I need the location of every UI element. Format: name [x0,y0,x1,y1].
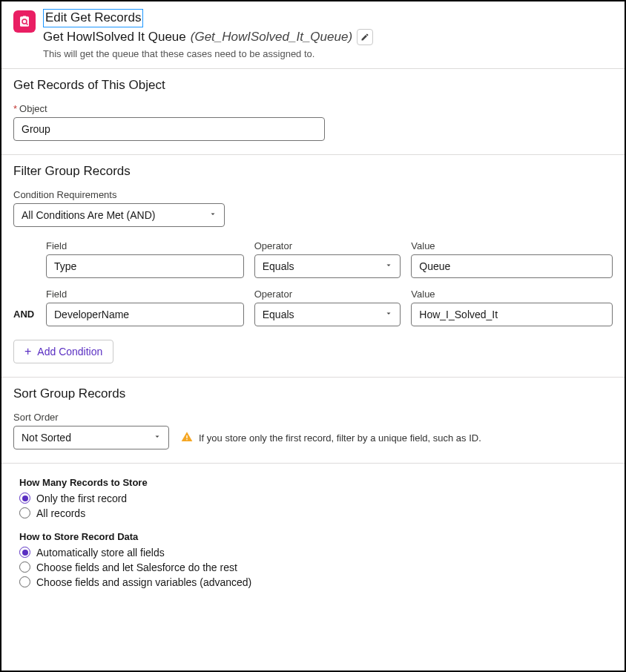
radio-choose-fields[interactable]: Choose fields and let Salesforce do the … [19,561,613,573]
radio-icon [19,493,30,504]
get-records-icon [13,10,36,33]
element-label: Get HowISolved It Queue [43,30,186,45]
svg-rect-5 [186,439,187,440]
condition-operator-select[interactable] [254,303,401,326]
field-label: Field [46,240,244,251]
object-section: Get Records of This Object *Object [1,69,625,154]
value-label: Value [411,240,613,251]
element-api-name: (Get_HowISolved_It_Queue) [191,30,352,45]
filter-section-title: Filter Group Records [13,164,613,179]
svg-rect-3 [23,16,27,18]
svg-rect-4 [186,435,187,438]
radio-only-first[interactable]: Only the first record [19,493,613,504]
radio-icon [19,576,30,587]
radio-choose-advanced[interactable]: Choose fields and assign variables (adva… [19,576,613,588]
filter-section: Filter Group Records Condition Requireme… [1,155,625,377]
plus-icon: + [24,346,31,358]
warning-icon [181,431,193,445]
condition-operator-select[interactable] [254,254,401,278]
radio-all-records[interactable]: All records [19,507,613,519]
condition-req-select[interactable] [13,203,225,227]
condition-row: Field Operator Value [46,240,613,278]
how-store-heading: How to Store Record Data [19,531,613,542]
radio-icon [19,561,30,573]
condition-field-input[interactable] [46,303,244,326]
field-label: Field [46,289,244,300]
how-many-heading: How Many Records to Store [19,477,613,488]
store-section: How Many Records to Store Only the first… [1,464,625,605]
object-section-title: Get Records of This Object [13,78,613,93]
radio-icon [19,507,30,518]
add-condition-button[interactable]: + Add Condition [13,340,113,363]
edit-label-button[interactable] [357,29,373,45]
condition-rows: Field Operator Value AND Field [46,240,613,326]
sort-order-label: Sort Order [13,412,169,423]
operator-label: Operator [254,289,401,300]
element-header: Edit Get Records Get HowISolved It Queue… [1,1,625,68]
sort-section: Sort Group Records Sort Order If you sto… [1,378,625,463]
element-description: This will get the queue that these cases… [43,48,613,59]
condition-value-input[interactable] [411,254,613,278]
value-label: Value [411,289,613,300]
sort-section-title: Sort Group Records [13,386,613,401]
radio-auto-store[interactable]: Automatically store all fields [19,547,613,559]
object-input[interactable] [13,117,325,141]
condition-value-input[interactable] [411,303,613,326]
condition-row: AND Field Operator Value [46,289,613,326]
condition-req-label: Condition Requirements [13,189,613,200]
sort-warning: If you store only the first record, filt… [181,431,481,449]
radio-icon [19,547,30,558]
panel-title: Edit Get Records [43,9,143,27]
logic-operator: AND [13,309,34,320]
sort-order-select[interactable] [13,426,169,449]
operator-label: Operator [254,240,401,251]
object-label: *Object [13,103,613,114]
condition-field-input[interactable] [46,254,244,278]
